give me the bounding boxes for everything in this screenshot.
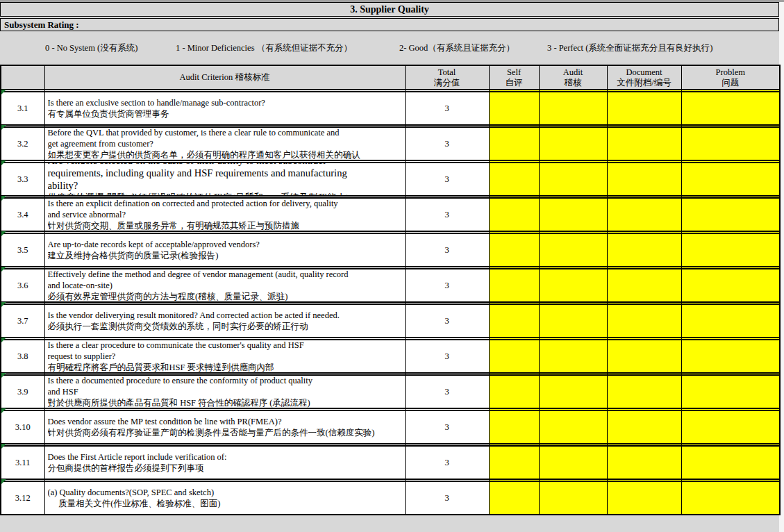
document-cell[interactable] (607, 163, 681, 196)
document-cell[interactable] (607, 446, 681, 479)
problem-cell[interactable] (681, 446, 780, 479)
audit-score-cell[interactable] (539, 375, 607, 408)
corner-header-cell (1, 65, 44, 90)
self-score-cell[interactable] (489, 481, 539, 515)
rating-scale-legend: 0 - No System (没有系统) 1 - Minor Deficienc… (0, 31, 779, 65)
problem-cell[interactable] (681, 127, 780, 160)
total-score-cell: 3 (405, 304, 489, 338)
problem-header-zh: 问题 (682, 78, 780, 88)
rating-3-label: 3 - Perfect (系统全面证据充分且有良好执行) (547, 42, 713, 54)
criterion-text-en: Is there an explicit defination on corre… (48, 199, 402, 220)
document-cell[interactable] (607, 92, 681, 125)
total-score-cell: 3 (405, 198, 489, 231)
document-cell[interactable] (607, 375, 681, 408)
self-score-cell[interactable] (489, 304, 539, 338)
criterion-text-en: Is there a documented procedure to ensur… (48, 376, 402, 397)
error-indicator-icon (1, 160, 6, 165)
audit-row: 3.6Effectively define the method and deg… (1, 269, 780, 302)
criterion-text-en: Does vendor assure the MP test condition… (48, 416, 402, 427)
self-score-cell[interactable] (489, 233, 539, 267)
error-indicator-icon (1, 444, 6, 449)
problem-cell[interactable] (681, 233, 780, 267)
criterion-text-en: Before the QVL that provided by customer… (48, 128, 402, 149)
self-score-cell[interactable] (489, 127, 539, 160)
problem-cell[interactable] (681, 410, 780, 444)
self-score-cell[interactable] (489, 410, 539, 444)
rating-2-label: 2- Good（有系统且证据充分） (399, 42, 515, 54)
total-header-en: Total (406, 67, 489, 78)
total-score-cell: 3 (405, 269, 489, 302)
criterion-text-zh: 如果想变更客户提供的供货商名单，必须有明确的程序通知客户以获得相关的确认 (48, 149, 402, 160)
row-gap-cell (1, 373, 44, 375)
row-gap-cell (1, 196, 44, 198)
document-cell[interactable] (607, 233, 681, 267)
item-number-cell: 3.11 (1, 446, 44, 479)
criterion-text-zh: 有明確程序將客戶的品質要求和HSF 要求轉達到供應商內部 (48, 362, 402, 373)
audit-score-cell[interactable] (539, 233, 607, 267)
criterion-cell: Before the QVL that provided by customer… (44, 127, 405, 160)
document-cell[interactable] (607, 340, 681, 373)
document-column-header: Document 文件附档/编号 (607, 65, 681, 90)
criterion-text-en: Are vendors selected on the basis of the… (48, 163, 402, 192)
total-score-cell: 3 (405, 375, 489, 408)
self-header-en: Self (490, 67, 539, 78)
document-cell[interactable] (607, 304, 681, 338)
total-score-cell: 3 (405, 340, 489, 373)
audit-score-cell[interactable] (539, 269, 607, 302)
audit-score-cell[interactable] (539, 163, 607, 196)
problem-header-en: Problem (682, 67, 780, 78)
audit-score-cell[interactable] (539, 410, 607, 444)
audit-score-cell[interactable] (539, 127, 607, 160)
problem-cell[interactable] (681, 375, 780, 408)
self-score-cell[interactable] (489, 375, 539, 408)
document-header-zh: 文件附档/编号 (608, 78, 681, 88)
error-indicator-icon (1, 231, 6, 236)
error-indicator-icon (1, 125, 6, 130)
problem-cell[interactable] (681, 269, 780, 302)
document-cell[interactable] (607, 410, 681, 444)
total-header-zh: 满分值 (406, 78, 489, 88)
problem-cell[interactable] (681, 481, 780, 515)
row-gap-cell (1, 160, 44, 163)
audit-score-cell[interactable] (539, 481, 607, 515)
audit-score-cell[interactable] (539, 340, 607, 373)
self-score-cell[interactable] (489, 340, 539, 373)
document-header-en: Document (608, 67, 681, 78)
criterion-cell: Is there an explicit defination on corre… (44, 198, 405, 231)
problem-cell[interactable] (681, 92, 780, 125)
document-cell[interactable] (607, 127, 681, 160)
problem-cell[interactable] (681, 304, 780, 338)
self-score-cell[interactable] (489, 198, 539, 231)
self-score-cell[interactable] (489, 269, 539, 302)
problem-cell[interactable] (681, 340, 780, 373)
criterion-cell: Does vendor assure the MP test condition… (44, 410, 405, 444)
self-score-cell[interactable] (489, 163, 539, 196)
problem-cell[interactable] (681, 198, 780, 231)
criterion-text-zh: 分包商提供的首样报告必须提到下列事项 (48, 463, 402, 474)
criterion-cell: Effectively define the method and degree… (44, 269, 405, 302)
criterion-cell: (a) Quality documents?(SOP, SPEC and ske… (44, 481, 405, 515)
audit-row: 3.3Are vendors selected on the basis of … (1, 163, 780, 196)
error-indicator-icon (1, 196, 6, 201)
item-number-cell: 3.7 (1, 304, 44, 338)
audit-score-cell[interactable] (539, 446, 607, 479)
item-number-cell: 3.4 (1, 198, 44, 231)
problem-cell[interactable] (681, 163, 780, 196)
error-indicator-icon (1, 90, 6, 94)
audit-row: 3.4Is there an explicit defination on co… (1, 198, 780, 231)
criterion-text-en: Is there an exclusive section to handle/… (48, 97, 402, 108)
criterion-cell: Is the vendor deliverying result monitor… (44, 304, 405, 338)
audit-score-cell[interactable] (539, 304, 607, 338)
self-score-cell[interactable] (489, 446, 539, 479)
document-cell[interactable] (607, 481, 681, 515)
document-cell[interactable] (607, 269, 681, 302)
criterion-text-en: Is there a clear procedure to communicat… (48, 340, 402, 362)
worksheet: 3. Supplier Quality Subsystem Rating : 0… (0, 2, 779, 532)
audit-score-cell[interactable] (539, 92, 607, 125)
criterion-text-en: Does the First Article report include ve… (48, 451, 402, 463)
criterion-text-zh: 必须有效界定管理供货商的方法与程度(稽核、质量记录、派驻) (48, 291, 402, 302)
spreadsheet-page: 3. Supplier Quality Subsystem Rating : 0… (0, 0, 784, 532)
audit-score-cell[interactable] (539, 198, 607, 231)
self-score-cell[interactable] (489, 92, 539, 125)
document-cell[interactable] (607, 198, 681, 231)
